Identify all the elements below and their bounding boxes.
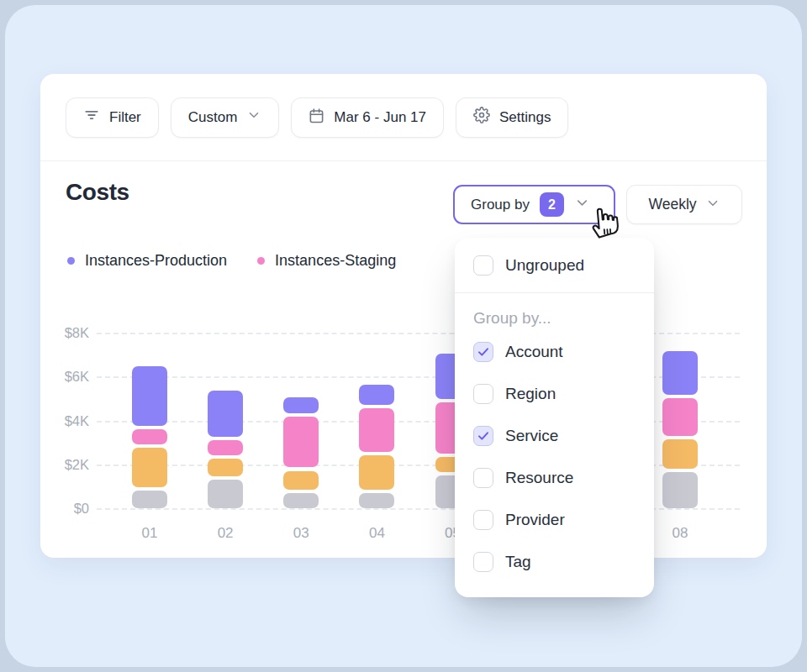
date-range-button[interactable]: Mar 6 - Jun 17	[291, 97, 444, 138]
dropdown-option-label: Service	[505, 427, 558, 445]
y-axis-label: $8K	[49, 324, 89, 341]
y-axis-label: $0	[49, 500, 89, 517]
dropdown-option-label: Provider	[505, 511, 565, 529]
bar-segment	[283, 397, 319, 414]
bar-segment	[132, 429, 167, 444]
stage: Filter Custom Mar 6 - Jun 17 Settings	[0, 0, 807, 672]
checkbox[interactable]	[473, 510, 493, 530]
interval-label: Weekly	[648, 196, 696, 213]
y-axis-label: $4K	[49, 412, 89, 429]
group-by-label: Group by	[471, 197, 530, 213]
dropdown-option-label: Account	[505, 343, 563, 361]
bar-segment	[359, 493, 394, 508]
calendar-icon	[309, 108, 324, 128]
legend-label: Instances-Production	[85, 252, 227, 270]
legend-dot-icon	[257, 257, 265, 265]
dropdown-option-label: Tag	[505, 553, 531, 571]
checkbox[interactable]	[473, 468, 493, 488]
dropdown-option-provider[interactable]: Provider	[455, 499, 654, 541]
dropdown-options-list: AccountRegionServiceResourceProviderTag	[455, 331, 654, 583]
bar-segment	[208, 480, 243, 508]
y-axis-label: $2K	[49, 456, 89, 473]
bar-segment	[132, 448, 167, 487]
bar-segment	[132, 491, 167, 508]
dropdown-option-service[interactable]: Service	[455, 415, 654, 457]
costs-dashboard-card: Filter Custom Mar 6 - Jun 17 Settings	[40, 74, 767, 558]
filter-button-label: Filter	[109, 109, 141, 126]
bar-segment	[208, 391, 243, 437]
checkbox[interactable]	[473, 342, 493, 362]
group-by-dropdown-menu: Ungrouped Group by... AccountRegionServi…	[455, 238, 654, 597]
bar-segment	[662, 439, 698, 469]
checkbox[interactable]	[473, 552, 493, 572]
dropdown-option-region[interactable]: Region	[455, 373, 654, 415]
bar-segment	[283, 417, 319, 467]
page-title: Costs	[66, 179, 129, 206]
gear-icon	[473, 107, 490, 128]
dropdown-section-label: Group by...	[455, 293, 654, 331]
settings-button-label: Settings	[499, 109, 551, 126]
dropdown-option-label: Ungrouped	[505, 256, 584, 275]
date-range-label: Mar 6 - Jun 17	[334, 109, 426, 126]
bar-segment	[283, 471, 319, 490]
checkbox[interactable]	[473, 384, 493, 404]
toolbar: Filter Custom Mar 6 - Jun 17 Settings	[40, 74, 767, 161]
dropdown-option-label: Region	[505, 385, 556, 403]
bar-segment	[359, 455, 394, 489]
group-by-count-badge: 2	[540, 192, 564, 217]
legend-label: Instances-Staging	[275, 252, 396, 270]
checkbox[interactable]	[473, 255, 493, 276]
bar-segment	[283, 493, 319, 508]
dropdown-option-account[interactable]: Account	[455, 331, 654, 373]
legend-item[interactable]: Instances-Staging	[257, 252, 396, 270]
x-axis-label: 02	[200, 525, 251, 542]
custom-dropdown-button[interactable]: Custom	[171, 97, 280, 138]
legend-item[interactable]: Instances-Production	[67, 252, 227, 270]
cursor-pointer-hand-icon	[587, 203, 620, 244]
x-axis-label: 04	[351, 525, 402, 542]
x-axis-label: 01	[124, 525, 175, 542]
check-icon	[477, 429, 490, 443]
legend-dot-icon	[67, 257, 75, 265]
chevron-down-icon	[705, 196, 720, 214]
bar-segment	[359, 408, 394, 452]
dropdown-option-label: Resource	[505, 469, 573, 487]
filter-lines-icon	[83, 107, 100, 128]
custom-dropdown-label: Custom	[188, 109, 238, 126]
chevron-down-icon	[246, 108, 261, 127]
dropdown-option-ungrouped[interactable]: Ungrouped	[455, 245, 654, 285]
settings-button[interactable]: Settings	[456, 97, 568, 138]
y-axis-label: $6K	[49, 368, 89, 385]
chart-legend: Instances-ProductionInstances-Staging	[67, 252, 396, 270]
bar-segment	[359, 385, 394, 405]
bar-segment	[132, 366, 167, 426]
bar-segment	[662, 472, 698, 508]
dropdown-option-tag[interactable]: Tag	[455, 541, 654, 583]
check-icon	[477, 345, 490, 359]
bar-segment	[208, 440, 243, 455]
interval-dropdown-button[interactable]: Weekly	[626, 185, 742, 224]
dropdown-option-resource[interactable]: Resource	[455, 457, 654, 499]
x-axis-label: 03	[276, 525, 326, 542]
bar-segment	[208, 459, 243, 476]
checkbox[interactable]	[473, 426, 493, 446]
filter-button[interactable]: Filter	[66, 97, 159, 138]
x-axis-label: 08	[655, 525, 705, 542]
bar-segment	[662, 351, 698, 395]
bar-segment	[662, 398, 698, 435]
